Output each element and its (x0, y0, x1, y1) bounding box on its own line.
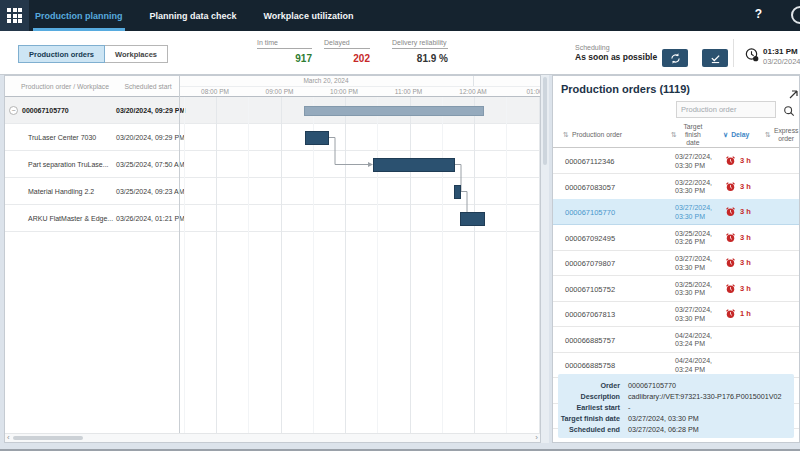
order-delay: 1 h (725, 308, 751, 319)
gantt-row-label: Part separation TruLase... (28, 161, 109, 168)
order-row[interactable]: 000067067813 03/27/2024, 03:30 PM 1 h (553, 301, 799, 327)
search-icon[interactable] (783, 103, 795, 121)
time-tick-label: 01:00 A (526, 88, 540, 95)
order-row[interactable]: 000067083057 03/22/2024, 03:30 PM 3 h (553, 174, 799, 200)
order-row[interactable]: 000067105752 03/25/2024, 03:30 PM 3 h (553, 276, 799, 302)
current-date: 03/20/2024 (763, 57, 800, 66)
gantt-row-start: 03/25/2024, 09:23 AM (116, 188, 185, 195)
tab-planning-data-check[interactable]: Planning data check (148, 0, 239, 31)
view-toggle-production-orders[interactable]: Production orders (18, 45, 105, 63)
alarm-clock-icon (725, 206, 736, 217)
tab-workplace-utilization[interactable]: Workplace utilization (262, 0, 356, 31)
sync-icon (669, 52, 682, 65)
order-finish-date: 04/24/2024, 03:24 PM (675, 332, 725, 349)
detail-field: Target finish date 03/27/2024, 03:30 PM (558, 413, 794, 424)
time-tick-label: 09:00 PM (266, 88, 294, 95)
main-tabs: Production planningPlanning data checkWo… (33, 0, 378, 31)
scrollbar-thumb[interactable] (13, 436, 83, 440)
time-tick-label: 08:00 PM (201, 88, 229, 95)
production-orders-panel: Production orders (1119) ⇅ Production or… (552, 75, 800, 443)
gantt-panel: Production order / Workplace Scheduled s… (4, 75, 541, 443)
scroll-right-arrow[interactable]: › (535, 434, 538, 442)
hour-gridline (410, 97, 411, 433)
gantt-bar[interactable] (305, 131, 329, 145)
grid-icon (7, 8, 22, 23)
half-hour-gridline (248, 97, 249, 433)
hour-gridline (281, 97, 282, 433)
gantt-bar[interactable] (304, 106, 484, 116)
gantt-vertical-scrollbar[interactable] (541, 75, 549, 443)
tab-production-planning[interactable]: Production planning (33, 0, 125, 31)
time-tick-label: 10:00 PM (330, 88, 358, 95)
order-finish-date: 03/22/2024, 03:30 PM (675, 179, 725, 196)
view-toggle-workplaces[interactable]: Workplaces (104, 45, 168, 63)
reschedule-button[interactable] (662, 49, 688, 67)
order-finish-date: 03/27/2024, 03:30 PM (675, 153, 725, 170)
order-delay: 3 h (725, 232, 751, 243)
order-number: 000067079807 (565, 259, 615, 268)
kpi-label: Delayed (324, 39, 370, 49)
column-header-production-order[interactable]: ⇅ Production order (563, 122, 622, 148)
order-finish-date: 04/24/2024, 03:24 PM (675, 357, 725, 374)
column-header-delay[interactable]: ∨ Delay (723, 122, 749, 148)
sort-icon: ⇅ (765, 131, 771, 139)
current-time: 01:31 PM (763, 47, 800, 56)
kpi-label: In time (257, 39, 312, 49)
timeline-header-line (179, 86, 540, 87)
column-header-order-workplace[interactable]: Production order / Workplace (5, 83, 125, 90)
order-row[interactable]: 000067079807 03/27/2024, 03:30 PM 3 h (553, 250, 799, 276)
timeline-date-divider (473, 76, 474, 86)
app-launcher-button[interactable] (0, 0, 29, 31)
sort-icon: ∨ (723, 131, 728, 139)
alarm-clock-icon (725, 283, 736, 294)
toolbar-divider (733, 39, 734, 67)
dependency-connectors (180, 97, 540, 433)
column-header-target-finish-date[interactable]: ⇅ Targetfinishdate (671, 122, 706, 148)
detail-field: Scheduled end 03/27/2024, 06:28 PM (558, 424, 794, 435)
vertical-scrollbar-thumb[interactable] (543, 77, 547, 165)
order-search-input[interactable] (676, 101, 776, 118)
collapse-icon[interactable]: − (9, 106, 18, 115)
apply-schedule-button[interactable] (702, 49, 728, 67)
order-number: 000067092495 (565, 234, 615, 243)
gantt-bar[interactable] (454, 185, 461, 199)
gantt-horizontal-scrollbar[interactable]: ‹ › (5, 433, 540, 442)
gantt-row-label: Material Handling 2.2 (28, 188, 94, 195)
order-row[interactable]: 000067092495 03/25/2024, 03:26 PM 3 h (553, 225, 799, 251)
order-delay: 3 h (725, 257, 751, 268)
kpi-value: 202 (324, 53, 370, 64)
view-toggle: Production ordersWorkplaces (18, 45, 168, 63)
time-tick-label: 12:00 AM (459, 88, 486, 95)
hour-gridline (539, 97, 540, 433)
order-finish-date: 03/27/2024, 03:30 PM (675, 306, 725, 323)
kpi: In time 917 (257, 39, 312, 64)
delay-value: 3 h (740, 258, 751, 267)
order-row[interactable]: 000067105770 03/27/2024, 03:30 PM 3 h (553, 199, 799, 225)
half-hour-gridline (313, 97, 314, 433)
toolbar: Production ordersWorkplaces In time 917 … (0, 31, 800, 75)
delay-value: 3 h (740, 284, 751, 293)
delay-value: 3 h (740, 156, 751, 165)
detail-field: Order 000067105770 (558, 380, 794, 391)
user-avatar[interactable] (791, 6, 800, 24)
column-header-scheduled-start[interactable]: Scheduled start (117, 83, 179, 90)
half-hour-gridline (377, 97, 378, 433)
order-finish-date: 03/27/2024, 03:30 PM (675, 255, 725, 272)
gantt-bar[interactable] (460, 212, 485, 226)
gantt-header: Production order / Workplace Scheduled s… (5, 76, 540, 97)
order-number: 000067105752 (565, 285, 615, 294)
column-header-express-order[interactable]: ⇅ Expressorder (765, 122, 798, 148)
detail-field: Earliest start - (558, 402, 794, 413)
help-button[interactable]: ? (755, 7, 762, 21)
order-delay: 3 h (725, 181, 751, 192)
alarm-clock-icon (725, 257, 736, 268)
gantt-bar[interactable] (373, 158, 455, 172)
order-row[interactable]: 000067112346 03/27/2024, 03:30 PM 3 h (553, 148, 799, 174)
detail-value: 03/27/2024, 03:30 PM (628, 413, 699, 424)
hour-gridline (345, 97, 346, 433)
detail-label: Target finish date (558, 413, 620, 424)
check-underline-icon (709, 52, 722, 65)
order-row[interactable]: 000066885757 04/24/2024, 03:24 PM (553, 327, 799, 353)
table-timeline-divider[interactable] (179, 76, 180, 433)
scroll-left-arrow[interactable]: ‹ (7, 434, 10, 442)
